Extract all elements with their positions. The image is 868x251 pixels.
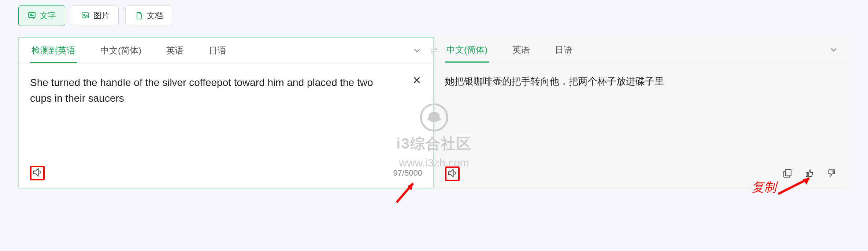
thumbs-down-button[interactable] bbox=[824, 166, 839, 181]
mode-image-label: 图片 bbox=[93, 10, 110, 21]
text-icon bbox=[27, 11, 36, 20]
speaker-icon bbox=[32, 167, 43, 179]
svg-rect-0 bbox=[29, 12, 35, 18]
source-speaker-button[interactable] bbox=[30, 166, 45, 180]
target-footer bbox=[434, 166, 850, 188]
tab-detected[interactable]: 检测到英语 bbox=[30, 38, 77, 63]
source-side: 检测到英语 中文(简体) 英语 日语 She turned the handle… bbox=[18, 37, 434, 188]
thumbs-up-button[interactable] bbox=[802, 166, 817, 181]
thumbs-down-icon bbox=[827, 169, 836, 179]
svg-rect-3 bbox=[786, 169, 791, 176]
source-more-languages[interactable] bbox=[412, 45, 422, 56]
mode-document-button[interactable]: 文档 bbox=[125, 5, 172, 26]
tab-source-ja[interactable]: 日语 bbox=[207, 38, 228, 63]
mode-document-label: 文档 bbox=[147, 10, 163, 21]
swap-languages-button[interactable] bbox=[429, 45, 439, 57]
clear-source-button[interactable] bbox=[411, 75, 422, 87]
copy-icon bbox=[782, 168, 793, 180]
tab-target-zh[interactable]: 中文(简体) bbox=[445, 37, 489, 62]
tab-target-ja[interactable]: 日语 bbox=[553, 37, 574, 62]
translation-panel: 检测到英语 中文(简体) 英语 日语 She turned the handle… bbox=[18, 37, 850, 188]
target-more-languages[interactable] bbox=[828, 45, 839, 55]
annotation-copy-label: 复制 bbox=[752, 179, 776, 196]
document-icon bbox=[134, 11, 143, 20]
mode-text-button[interactable]: 文字 bbox=[18, 5, 65, 26]
tab-target-en[interactable]: 英语 bbox=[511, 37, 531, 62]
svg-point-2 bbox=[84, 14, 85, 16]
image-icon bbox=[81, 11, 90, 20]
copy-button[interactable] bbox=[780, 166, 795, 181]
thumbs-up-icon bbox=[805, 169, 814, 179]
mode-buttons: 文字 图片 文档 bbox=[18, 5, 850, 26]
speaker-icon bbox=[447, 168, 458, 180]
mode-image-button[interactable]: 图片 bbox=[72, 5, 119, 26]
target-text-output: 她把银咖啡壶的把手转向他，把两个杯子放进碟子里 bbox=[445, 74, 839, 89]
target-language-tabs: 中文(简体) 英语 日语 bbox=[434, 37, 850, 63]
tab-source-en[interactable]: 英语 bbox=[165, 38, 185, 63]
source-language-tabs: 检测到英语 中文(简体) 英语 日语 bbox=[19, 38, 433, 63]
target-speaker-button[interactable] bbox=[445, 166, 460, 181]
source-text-input[interactable]: She turned the handle of the silver coff… bbox=[30, 75, 375, 141]
source-footer: 97/5000 bbox=[19, 166, 433, 188]
char-counter: 97/5000 bbox=[393, 168, 422, 178]
tab-source-zh[interactable]: 中文(简体) bbox=[99, 38, 143, 63]
mode-text-label: 文字 bbox=[40, 10, 56, 21]
target-side: 中文(简体) 英语 日语 她把银咖啡壶的把手转向他，把两个杯子放进碟子里 bbox=[434, 37, 850, 188]
